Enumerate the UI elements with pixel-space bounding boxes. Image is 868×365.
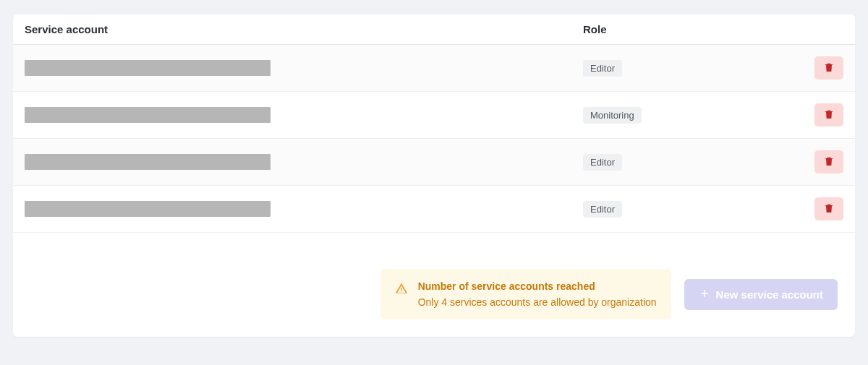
table-row: Editor: [13, 186, 855, 233]
service-account-name-cell: [25, 154, 583, 170]
service-account-role-cell: Monitoring: [583, 107, 807, 124]
service-account-name-cell: [25, 107, 583, 123]
service-account-name-cell: [25, 201, 583, 217]
warning-box: Number of service accounts reached Only …: [380, 269, 671, 319]
plus-icon: [699, 288, 710, 301]
table-row: Editor: [13, 45, 855, 92]
role-badge: Editor: [583, 201, 622, 218]
warning-content: Number of service accounts reached Only …: [418, 280, 657, 308]
role-badge: Monitoring: [583, 107, 642, 124]
service-account-actions-cell: [807, 103, 843, 126]
card-footer: Number of service accounts reached Only …: [13, 233, 855, 337]
service-account-actions-cell: [807, 197, 843, 220]
role-badge: Editor: [583, 154, 622, 171]
delete-button[interactable]: [814, 150, 843, 173]
table-row: Editor: [13, 139, 855, 186]
service-account-name-cell: [25, 60, 583, 76]
role-badge: Editor: [583, 60, 622, 77]
column-header-role: Role: [583, 23, 807, 35]
service-account-role-cell: Editor: [583, 154, 807, 171]
service-accounts-card: Service account Role Editor: [13, 14, 855, 337]
table-body: Editor Monitoring: [13, 45, 855, 233]
trash-icon: [823, 155, 835, 169]
new-service-account-button[interactable]: New service account: [684, 279, 838, 310]
trash-icon: [823, 61, 835, 75]
delete-button[interactable]: [814, 56, 843, 80]
trash-icon: [823, 202, 835, 216]
column-header-name: Service account: [25, 23, 583, 35]
service-account-actions-cell: [807, 150, 843, 173]
service-account-role-cell: Editor: [583, 201, 807, 218]
delete-button[interactable]: [814, 103, 843, 126]
skeleton-placeholder: [25, 201, 271, 217]
new-button-label: New service account: [716, 288, 823, 301]
warning-title: Number of service accounts reached: [418, 280, 657, 292]
skeleton-placeholder: [25, 154, 271, 170]
skeleton-placeholder: [25, 60, 271, 76]
table-row: Monitoring: [13, 92, 855, 139]
skeleton-placeholder: [25, 107, 271, 123]
service-account-actions-cell: [807, 56, 843, 80]
warning-icon: [395, 282, 408, 298]
service-account-role-cell: Editor: [583, 60, 807, 77]
delete-button[interactable]: [814, 197, 843, 220]
table-header: Service account Role: [13, 14, 855, 45]
trash-icon: [823, 108, 835, 122]
warning-subtitle: Only 4 services accounts are allowed by …: [418, 296, 657, 308]
